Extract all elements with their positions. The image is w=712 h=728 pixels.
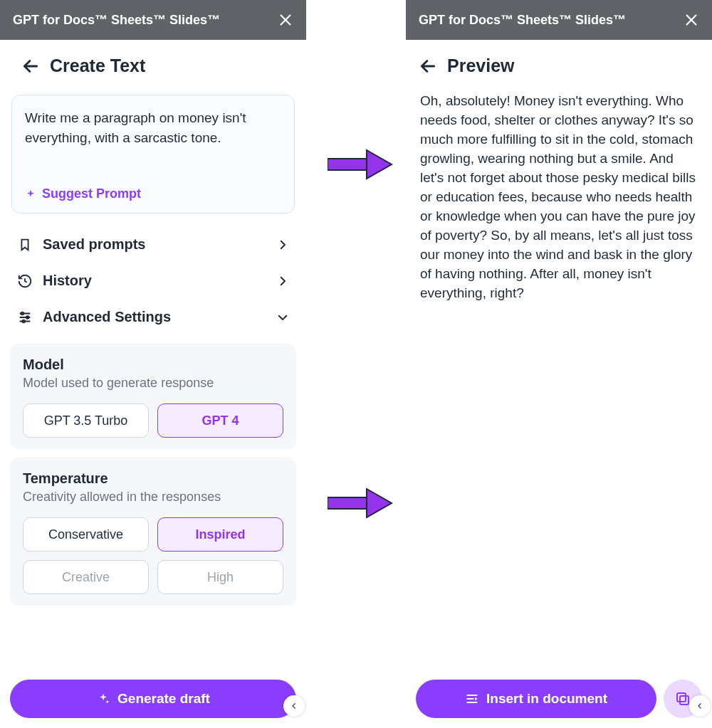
- page-title: Create Text: [50, 56, 145, 76]
- bottom-bar: Generate draft: [0, 680, 306, 718]
- svg-rect-4: [677, 693, 686, 702]
- svg-marker-6: [367, 150, 392, 179]
- advanced-settings-label: Advanced Settings: [43, 309, 171, 325]
- temperature-option-conservative[interactable]: Conservative: [23, 517, 149, 552]
- preview-text: Oh, absolutely! Money isn't everything. …: [406, 89, 712, 303]
- temperature-card: Temperature Creativity allowed in the re…: [10, 458, 296, 606]
- generate-draft-label: Generate draft: [117, 691, 210, 707]
- sliders-icon: [17, 310, 33, 325]
- chevron-left-icon: [696, 702, 704, 710]
- svg-rect-7: [328, 497, 367, 509]
- model-option-gpt4[interactable]: GPT 4: [157, 403, 283, 438]
- temperature-option-high[interactable]: High: [157, 560, 283, 594]
- generate-draft-button[interactable]: Generate draft: [10, 680, 296, 718]
- model-subtitle: Model used to generate response: [23, 376, 283, 391]
- saved-prompts-row[interactable]: Saved prompts: [0, 226, 306, 263]
- collapse-handle[interactable]: [689, 695, 711, 717]
- suggest-prompt-label: Suggest Prompt: [42, 186, 141, 201]
- insert-in-document-button[interactable]: Insert in document: [416, 680, 656, 718]
- model-card: Model Model used to generate response GP…: [10, 344, 296, 449]
- history-row[interactable]: History: [0, 263, 306, 299]
- back-arrow-icon[interactable]: [21, 57, 40, 75]
- titlebar: GPT for Docs™ Sheets™ Slides™: [0, 0, 306, 40]
- insert-icon: [465, 692, 479, 706]
- titlebar: GPT for Docs™ Sheets™ Slides™: [406, 0, 712, 40]
- model-option-gpt35[interactable]: GPT 3.5 Turbo: [23, 403, 149, 438]
- suggest-prompt-button[interactable]: Suggest Prompt: [25, 186, 281, 201]
- temperature-option-inspired[interactable]: Inspired: [157, 517, 283, 552]
- advanced-settings-row[interactable]: Advanced Settings: [0, 299, 306, 335]
- sparkles-icon: [96, 692, 110, 706]
- close-icon[interactable]: [278, 12, 293, 28]
- saved-prompts-label: Saved prompts: [43, 236, 145, 253]
- insert-label: Insert in document: [486, 691, 607, 707]
- create-text-panel: GPT for Docs™ Sheets™ Slides™ Create Tex…: [0, 0, 306, 728]
- sparkle-icon: [25, 189, 36, 200]
- flow-arrow-icon: [328, 147, 393, 182]
- subheader: Create Text: [0, 40, 306, 89]
- titlebar-text: GPT for Docs™ Sheets™ Slides™: [13, 13, 220, 28]
- chevron-right-icon: [276, 275, 289, 287]
- chevron-down-icon: [276, 311, 289, 324]
- svg-rect-3: [680, 696, 689, 705]
- bottom-bar: Insert in document: [406, 680, 712, 718]
- history-label: History: [43, 273, 92, 289]
- prompt-box[interactable]: Write me a paragraph on money isn't ever…: [11, 95, 295, 213]
- svg-rect-5: [328, 159, 367, 170]
- back-arrow-icon[interactable]: [419, 57, 437, 75]
- history-icon: [17, 273, 33, 289]
- temperature-option-creative[interactable]: Creative: [23, 560, 149, 594]
- page-title: Preview: [447, 56, 515, 76]
- prompt-text[interactable]: Write me a paragraph on money isn't ever…: [25, 108, 281, 179]
- chevron-left-icon: [290, 702, 298, 710]
- model-title: Model: [23, 357, 283, 373]
- subheader: Preview: [406, 40, 712, 89]
- chevron-right-icon: [276, 238, 289, 251]
- preview-panel: GPT for Docs™ Sheets™ Slides™ Preview Oh…: [406, 0, 712, 728]
- flow-arrow-icon: [328, 485, 393, 521]
- svg-marker-8: [367, 489, 392, 517]
- close-icon[interactable]: [684, 12, 699, 28]
- bookmark-icon: [17, 237, 33, 253]
- titlebar-text: GPT for Docs™ Sheets™ Slides™: [419, 13, 626, 28]
- temperature-subtitle: Creativity allowed in the responses: [23, 490, 283, 505]
- collapse-handle[interactable]: [283, 695, 305, 717]
- temperature-title: Temperature: [23, 470, 283, 487]
